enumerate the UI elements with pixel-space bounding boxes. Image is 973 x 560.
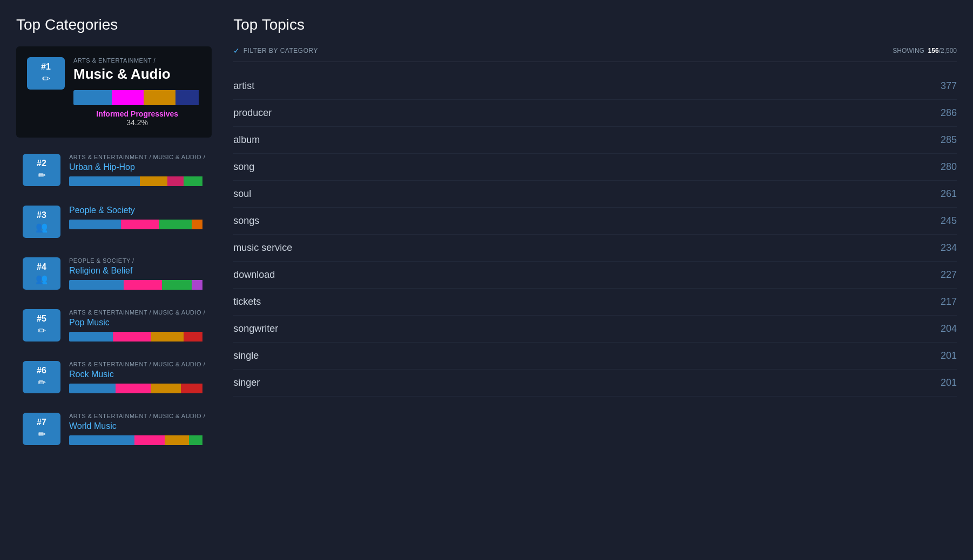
topic-row[interactable]: album 285 <box>233 127 957 154</box>
bar-label: Informed Progressives <box>73 110 201 118</box>
bar-segment <box>192 280 202 290</box>
topic-row[interactable]: music service 234 <box>233 235 957 262</box>
rank-icon: ✏ <box>38 169 46 181</box>
topic-row[interactable]: songwriter 204 <box>233 316 957 343</box>
bar-segment <box>113 332 151 342</box>
category-item-5[interactable]: #5 ✏ ARTS & ENTERTAINMENT / MUSIC & AUDI… <box>16 304 212 347</box>
left-panel: Top Categories #1 ✏ ARTS & ENTERTAINMENT… <box>16 16 212 544</box>
bar-segment <box>134 435 165 445</box>
filter-by-category[interactable]: ✓ FILTER BY CATEGORY <box>233 46 318 55</box>
bar-segment <box>140 176 167 186</box>
topic-name: song <box>233 161 254 173</box>
category-item-7[interactable]: #7 ✏ ARTS & ENTERTAINMENT / MUSIC & AUDI… <box>16 407 212 450</box>
rank-icon: ✏ <box>42 73 50 85</box>
showing-label: SHOWING 156/2,500 <box>893 47 957 54</box>
topic-count: 245 <box>941 215 957 227</box>
rank-badge-5: #5 ✏ <box>23 309 60 342</box>
bar-segment <box>112 90 144 105</box>
rank-number: #1 <box>41 62 51 72</box>
bar-chart <box>73 90 201 105</box>
bar-pct: 34.2% <box>73 118 201 127</box>
topics-list: artist 377 producer 286 album 285 song 2… <box>233 73 957 397</box>
rank-badge-7: #7 ✏ <box>23 413 60 445</box>
rank-number: #6 <box>37 366 46 375</box>
topic-count: 285 <box>941 134 957 146</box>
right-panel-title: Top Topics <box>233 16 957 33</box>
topic-count: 217 <box>941 296 957 308</box>
categories-list: #1 ✏ ARTS & ENTERTAINMENT / Music & Audi… <box>16 46 212 450</box>
topic-name: single <box>233 350 259 361</box>
bar-chart <box>69 435 205 445</box>
rank-badge-1: #1 ✏ <box>27 57 65 90</box>
topic-count: 261 <box>941 188 957 200</box>
rank-icon: 👥 <box>36 273 48 285</box>
topic-row[interactable]: song 280 <box>233 154 957 181</box>
category-name: Religion & Belief <box>69 266 205 276</box>
topic-count: 234 <box>941 242 957 254</box>
bar-segment <box>184 332 202 342</box>
rank-icon: ✏ <box>38 377 46 388</box>
bar-segment <box>175 90 199 105</box>
breadcrumb: ARTS & ENTERTAINMENT / MUSIC & AUDIO / <box>69 154 205 160</box>
topic-name: singer <box>233 377 260 388</box>
bar-segment <box>151 332 184 342</box>
topic-row[interactable]: producer 286 <box>233 100 957 127</box>
topic-row[interactable]: soul 261 <box>233 181 957 208</box>
category-name: Pop Music <box>69 318 205 327</box>
topic-row[interactable]: artist 377 <box>233 73 957 100</box>
topic-name: artist <box>233 80 254 92</box>
category-item-2[interactable]: #2 ✏ ARTS & ENTERTAINMENT / MUSIC & AUDI… <box>16 148 212 192</box>
bar-chart <box>69 332 205 342</box>
topics-header: ✓ FILTER BY CATEGORY SHOWING 156/2,500 <box>233 46 957 62</box>
topic-row[interactable]: songs 245 <box>233 208 957 235</box>
breadcrumb: ARTS & ENTERTAINMENT / MUSIC & AUDIO / <box>69 309 205 316</box>
rank-badge-3: #3 👥 <box>23 206 60 238</box>
bar-chart <box>69 280 205 290</box>
breadcrumb: ARTS & ENTERTAINMENT / <box>73 57 201 64</box>
check-icon: ✓ <box>233 46 240 55</box>
topic-name: songs <box>233 215 259 227</box>
right-panel: Top Topics ✓ FILTER BY CATEGORY SHOWING … <box>233 16 957 544</box>
topic-row[interactable]: tickets 217 <box>233 289 957 316</box>
topic-count: 227 <box>941 269 957 281</box>
bar-segment <box>124 280 162 290</box>
rank-number: #5 <box>37 314 46 324</box>
category-name: World Music <box>69 421 205 431</box>
category-item-6[interactable]: #6 ✏ ARTS & ENTERTAINMENT / MUSIC & AUDI… <box>16 356 212 399</box>
bar-segment <box>69 176 140 186</box>
category-content-2: ARTS & ENTERTAINMENT / MUSIC & AUDIO / U… <box>69 154 205 186</box>
category-item-1[interactable]: #1 ✏ ARTS & ENTERTAINMENT / Music & Audi… <box>16 46 212 138</box>
rank-number: #7 <box>37 418 46 427</box>
bar-segment <box>69 332 113 342</box>
topic-row[interactable]: singer 201 <box>233 370 957 397</box>
topic-name: album <box>233 134 260 146</box>
bar-segment <box>159 220 192 229</box>
topic-row[interactable]: single 201 <box>233 343 957 370</box>
category-content-7: ARTS & ENTERTAINMENT / MUSIC & AUDIO / W… <box>69 413 205 445</box>
bar-segment <box>184 176 202 186</box>
bar-segment <box>73 90 112 105</box>
rank-badge-2: #2 ✏ <box>23 154 60 186</box>
topic-count: 201 <box>941 377 957 388</box>
topic-count: 204 <box>941 323 957 334</box>
breadcrumb: ARTS & ENTERTAINMENT / MUSIC & AUDIO / <box>69 361 205 367</box>
breadcrumb: PEOPLE & SOCIETY / <box>69 257 205 264</box>
bar-chart <box>69 220 205 229</box>
bar-chart <box>69 176 205 186</box>
rank-badge-6: #6 ✏ <box>23 361 60 393</box>
category-content-4: PEOPLE & SOCIETY / Religion & Belief <box>69 257 205 290</box>
category-content-1: ARTS & ENTERTAINMENT / Music & Audio Inf… <box>73 57 201 127</box>
bar-segment <box>144 90 175 105</box>
topic-row[interactable]: download 227 <box>233 262 957 289</box>
bar-segment <box>162 280 192 290</box>
bar-chart <box>69 384 205 393</box>
bar-segment <box>181 384 202 393</box>
rank-icon: 👥 <box>36 221 48 233</box>
rank-number: #2 <box>37 159 46 168</box>
category-name: Music & Audio <box>73 66 201 83</box>
bar-segment <box>69 435 134 445</box>
category-item-4[interactable]: #4 👥 PEOPLE & SOCIETY / Religion & Belie… <box>16 252 212 295</box>
category-content-3: People & Society <box>69 206 205 229</box>
category-item-3[interactable]: #3 👥 People & Society <box>16 200 212 243</box>
topic-name: songwriter <box>233 323 278 334</box>
